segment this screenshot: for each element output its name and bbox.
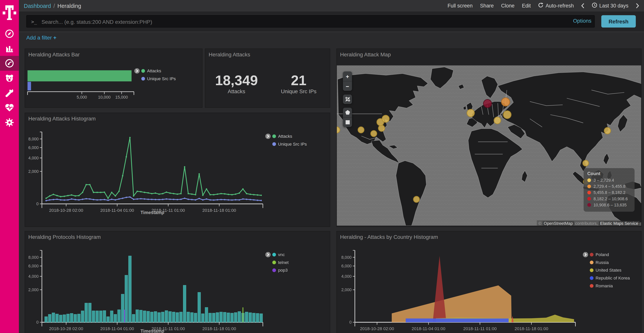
legend-color-dot bbox=[272, 142, 276, 146]
legend-expand-icon[interactable] bbox=[583, 252, 588, 258]
legend-color-dot bbox=[590, 253, 594, 256]
legend-item[interactable]: Poland bbox=[583, 252, 630, 257]
legend-label: Unique Src IPs bbox=[147, 76, 176, 81]
clone-button[interactable]: Clone bbox=[501, 3, 514, 9]
crop-icon[interactable] bbox=[343, 95, 352, 104]
legend-color-dot bbox=[141, 69, 145, 73]
legend-item[interactable]: United States bbox=[583, 268, 630, 272]
legend-color-dot bbox=[272, 134, 276, 138]
sidebar-item-tpot[interactable] bbox=[0, 71, 19, 86]
svg-text:2018-11-18 01:00: 2018-11-18 01:00 bbox=[202, 208, 236, 213]
heartbeat-icon bbox=[4, 103, 14, 113]
auto-refresh-button[interactable]: Auto-refresh bbox=[538, 3, 574, 9]
zoom-out-button[interactable]: − bbox=[343, 81, 352, 91]
legend-color-dot bbox=[272, 260, 276, 264]
metric-value: 18,349 bbox=[205, 73, 268, 88]
metric-label: Unique Src IPs bbox=[268, 88, 330, 95]
query-bar: >_ Options Refresh bbox=[19, 12, 644, 32]
refresh-button[interactable]: Refresh bbox=[601, 15, 636, 28]
polygon-icon[interactable] bbox=[343, 108, 352, 117]
svg-text:2018-11-04 01:00: 2018-11-04 01:00 bbox=[100, 208, 134, 213]
metric-value: 21 bbox=[268, 73, 330, 88]
count-range-label: 2,729.4 – 5,455.8 bbox=[594, 184, 626, 189]
svg-text:2018-11-04 01:00: 2018-11-04 01:00 bbox=[412, 326, 446, 331]
legend-color-dot bbox=[272, 253, 276, 256]
legend-color-dot bbox=[590, 284, 594, 287]
legend-item[interactable]: pop3 bbox=[265, 268, 288, 272]
map-attribution: © OpenStreetMap contributors, Elastic Ma… bbox=[537, 220, 641, 226]
protocols-bar-chart: 8,0006,0004,0002,00002018-10-28 02:00201… bbox=[25, 231, 330, 333]
add-filter-link[interactable]: Add a filter + bbox=[26, 35, 56, 41]
count-color-dot bbox=[587, 203, 591, 207]
legend-label: telnet bbox=[278, 260, 289, 265]
search-input[interactable] bbox=[41, 16, 588, 28]
breadcrumb-current: Heralding bbox=[58, 3, 81, 9]
svg-text:8,000: 8,000 bbox=[341, 255, 352, 260]
plus-icon: + bbox=[53, 35, 56, 41]
panel-protocols-histogram: Heralding Protocols Histogram 8,0006,000… bbox=[25, 231, 330, 333]
legend-label: Romania bbox=[596, 283, 613, 288]
sidebar-item-dashboard[interactable] bbox=[0, 56, 19, 71]
panel-attacks-metric: Heralding Attacks 18,349 Attacks 21 Uniq… bbox=[205, 49, 330, 108]
sidebar-item-management[interactable] bbox=[0, 115, 19, 130]
rectangle-icon[interactable] bbox=[343, 117, 352, 127]
legend-item[interactable]: Attacks bbox=[134, 68, 176, 73]
svg-text:4,000: 4,000 bbox=[341, 274, 352, 279]
full-screen-button[interactable]: Full screen bbox=[448, 3, 473, 9]
svg-text:10,000: 10,000 bbox=[98, 95, 111, 100]
query-prompt-icon: >_ bbox=[31, 19, 37, 25]
legend-item[interactable]: Republic of Korea bbox=[583, 275, 630, 280]
svg-text:8,000: 8,000 bbox=[28, 137, 39, 141]
time-prev-button[interactable] bbox=[581, 3, 584, 9]
legend-expand-icon[interactable] bbox=[265, 134, 271, 140]
legend-color-dot bbox=[590, 260, 594, 264]
svg-text:2018-11-04 01:00: 2018-11-04 01:00 bbox=[100, 326, 134, 331]
legend-expand-icon[interactable] bbox=[134, 68, 140, 74]
chart-legend: AttacksUnique Src IPs bbox=[265, 134, 307, 149]
count-range-label: 5,455.8 – 8,182.2 bbox=[594, 190, 626, 195]
svg-text:0: 0 bbox=[36, 202, 39, 206]
zoom-in-button[interactable]: + bbox=[343, 72, 352, 81]
legend-label: United States bbox=[596, 268, 622, 272]
panel-attacks-bar: Heralding Attacks Bar 5,00010,00015,000 … bbox=[25, 49, 202, 108]
time-next-button[interactable] bbox=[636, 3, 639, 9]
share-button[interactable]: Share bbox=[480, 3, 494, 9]
legend-color-dot bbox=[141, 77, 145, 80]
count-range-label: 8,182.2 – 10,908.6 bbox=[594, 196, 628, 201]
clock-icon bbox=[592, 3, 597, 9]
count-legend-row: 5,455.8 – 8,182.2 bbox=[587, 190, 631, 195]
legend-label: Republic of Korea bbox=[596, 275, 630, 280]
sidebar-item-visualize[interactable] bbox=[0, 41, 19, 56]
legend-item[interactable]: Attacks bbox=[265, 134, 307, 139]
t-mobile-logo[interactable] bbox=[0, 0, 19, 24]
legend-item[interactable]: Unique Src IPs bbox=[265, 141, 307, 146]
legend-item[interactable]: telnet bbox=[265, 260, 288, 265]
legend-label: Attacks bbox=[278, 134, 292, 139]
legend-item[interactable]: Romania bbox=[583, 283, 630, 288]
count-color-dot bbox=[587, 178, 591, 182]
svg-text:2,000: 2,000 bbox=[28, 169, 39, 174]
svg-text:2,000: 2,000 bbox=[341, 287, 352, 292]
breadcrumb-dashboard-link[interactable]: Dashboard bbox=[24, 3, 51, 9]
sidebar-item-tools[interactable] bbox=[0, 86, 19, 100]
refresh-cycle-icon bbox=[538, 3, 544, 9]
svg-text:2018-10-28 02:00: 2018-10-28 02:00 bbox=[360, 326, 394, 331]
osm-link[interactable]: OpenStreetMap bbox=[542, 221, 574, 226]
filter-bar: Add a filter + bbox=[19, 32, 644, 45]
legend-expand-icon[interactable] bbox=[265, 252, 271, 258]
svg-text:4,000: 4,000 bbox=[28, 274, 39, 279]
svg-text:Timestamp: Timestamp bbox=[140, 210, 164, 215]
svg-text:6,000: 6,000 bbox=[28, 264, 39, 268]
sidebar-item-discover[interactable] bbox=[0, 26, 19, 41]
ems-link[interactable]: Elastic Maps Service bbox=[599, 221, 640, 226]
edit-button[interactable]: Edit bbox=[522, 3, 531, 9]
legend-label: Attacks bbox=[147, 68, 161, 73]
options-link[interactable]: Options bbox=[573, 18, 592, 24]
world-map[interactable]: + − Count 3 – 2,729.42,729.4 – 5,455.85,… bbox=[337, 65, 641, 226]
legend-item[interactable]: Russia bbox=[583, 260, 630, 265]
svg-text:4,000: 4,000 bbox=[28, 156, 39, 160]
count-range-label: 3 – 2,729.4 bbox=[594, 178, 614, 183]
time-picker-button[interactable]: Last 30 days bbox=[592, 3, 628, 9]
sidebar-item-monitoring[interactable] bbox=[0, 100, 19, 115]
legend-item[interactable]: Unique Src IPs bbox=[134, 76, 176, 81]
